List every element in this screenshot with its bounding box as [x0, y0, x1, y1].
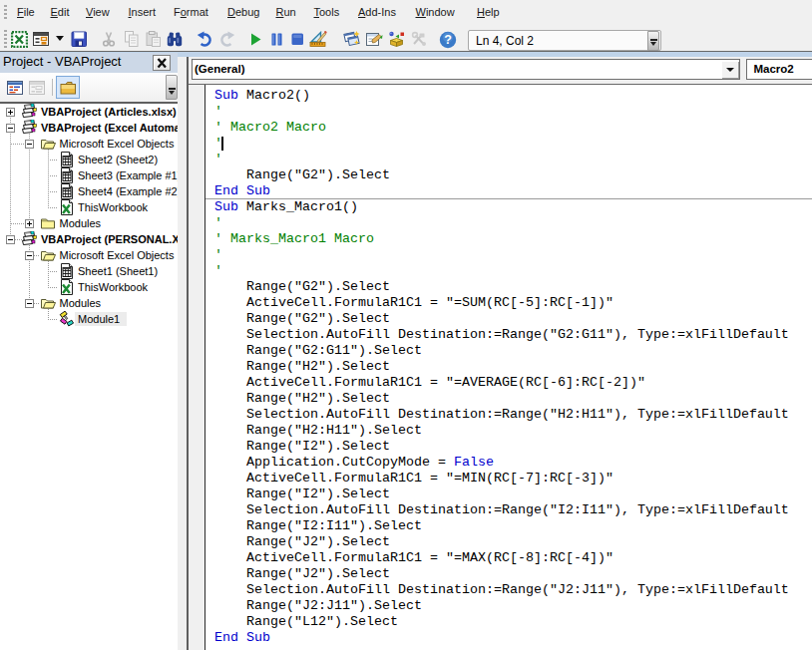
svg-text:?: ? — [444, 33, 452, 47]
